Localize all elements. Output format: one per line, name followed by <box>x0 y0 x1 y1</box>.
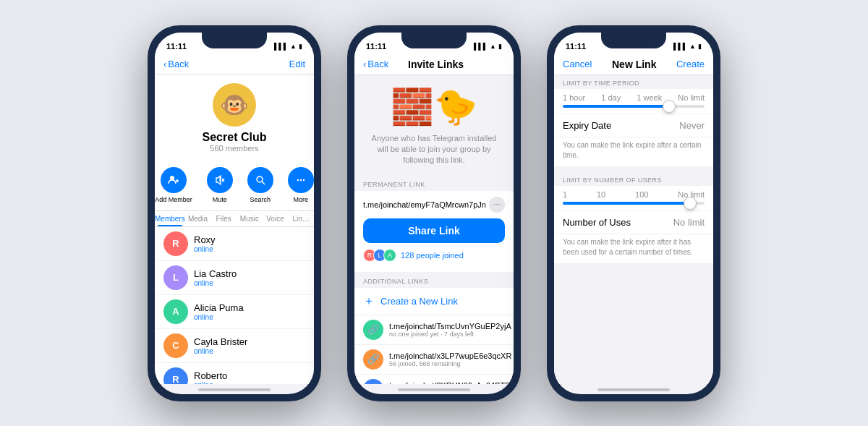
add-member-btn[interactable]: Add Member <box>155 167 192 203</box>
more-icon <box>288 167 314 193</box>
member-status: online <box>194 313 244 321</box>
additional-links-header: ADDITIONAL LINKS <box>354 272 514 288</box>
link-icon: 🔗 <box>363 320 383 340</box>
home-indicator-2 <box>398 388 470 391</box>
svg-point-8 <box>300 179 302 180</box>
share-link-button[interactable]: Share Link <box>363 218 505 243</box>
users-opt-1: 1 <box>563 190 567 199</box>
tab-voice[interactable]: Voice <box>263 211 289 226</box>
tab-music[interactable]: Music <box>237 211 263 226</box>
joined-count: 128 people joined <box>401 251 464 260</box>
notch-3 <box>601 33 666 48</box>
avatar: L <box>163 265 188 290</box>
create-link-label: Create a New Link <box>380 296 458 307</box>
mute-btn[interactable]: Mute <box>207 167 233 203</box>
nav-bar-2: ‹ Back Invite Links <box>354 56 514 75</box>
list-item[interactable]: C Cayla Bristeronline <box>155 329 314 363</box>
phones-container: 11:11 ▌▌▌ ▲ ▮ ‹ Back Edit 🐵 Secret Club … <box>133 11 735 416</box>
tab-files[interactable]: Files <box>210 211 237 226</box>
link-info: t.me/joinchat/3KRUN66sAg94BT55 60 joined <box>389 381 514 384</box>
link-options-button[interactable]: ··· <box>489 197 505 213</box>
users-slider-track <box>563 202 705 205</box>
users-slider-fill <box>563 202 690 205</box>
list-item[interactable]: 🔗 t.me/joinchat/3KRUN66sAg94BT55 60 join… <box>354 374 514 384</box>
battery-icon: ▮ <box>498 43 502 50</box>
nav-bar-3: Cancel New Link Create <box>554 56 713 75</box>
tab-links[interactable]: Lin… <box>288 211 314 226</box>
group-avatar: 🐵 <box>213 83 256 127</box>
status-time-1: 11:11 <box>166 42 187 51</box>
status-time-3: 11:11 <box>566 42 586 51</box>
back-button-1[interactable]: ‹ Back <box>163 59 189 69</box>
member-name: Roberto <box>194 370 227 381</box>
users-opt-100: 100 <box>635 190 648 199</box>
member-status: online <box>194 381 227 384</box>
nav-title-3: New Link <box>612 59 656 70</box>
notch-1 <box>202 33 267 48</box>
list-item[interactable]: A Alicia Pumaonline <box>155 295 314 329</box>
more-btn[interactable]: More <box>288 167 314 203</box>
uses-desc: You can make the link expire after it ha… <box>554 234 713 263</box>
link-meta: no one joined yet · 7 days left <box>389 331 511 338</box>
add-member-label: Add Member <box>155 196 192 203</box>
status-icons-3: ▌▌▌ ▲ ▮ <box>673 43 702 50</box>
tabs-row: Members Media Files Music Voice Lin… <box>155 211 314 227</box>
invite-description: Anyone who has Telegram installed will b… <box>366 133 502 166</box>
nav-bar-1: ‹ Back Edit <box>155 56 314 74</box>
battery-icon: ▮ <box>698 43 702 50</box>
signal-icon: ▌▌▌ <box>474 43 488 50</box>
add-member-icon <box>161 167 187 193</box>
time-opt-1week: 1 week <box>637 93 662 102</box>
expiry-label: Expiry Date <box>563 120 611 131</box>
search-btn[interactable]: Search <box>247 167 273 203</box>
avatar: R <box>163 231 188 256</box>
avatar: C <box>163 333 188 358</box>
mute-icon <box>207 167 233 193</box>
svg-point-7 <box>297 179 299 180</box>
time-period-label: LIMIT BY TIME PERIOD <box>554 75 713 89</box>
list-item[interactable]: 🔗 t.me/joinchat/TsmcUvnYGuEP2yjA no one … <box>354 315 514 344</box>
nav-title-2: Invite Links <box>408 59 464 70</box>
create-link-row[interactable]: ＋ Create a New Link <box>354 288 514 315</box>
phone-3: 11:11 ▌▌▌ ▲ ▮ Cancel New Link Create LIM… <box>547 25 720 401</box>
time-slider-thumb[interactable] <box>663 100 676 113</box>
link-icon: 🔗 <box>363 379 383 384</box>
time-opt-1hour: 1 hour <box>563 93 585 102</box>
joined-row: R L A 128 people joined <box>363 246 505 266</box>
list-item[interactable]: 🔗 t.me/joinchat/x3LP7wupE6e3qcXR 56 join… <box>354 344 514 374</box>
list-item[interactable]: R Roxyonline <box>155 227 314 261</box>
edit-button[interactable]: Edit <box>289 59 305 69</box>
wifi-icon: ▲ <box>290 43 297 50</box>
list-item[interactable]: L Lia Castroonline <box>155 261 314 295</box>
link-url: t.me/joinchat/TsmcUvnYGuEP2yjA <box>389 322 511 331</box>
member-count: 560 members <box>210 144 258 153</box>
create-button[interactable]: Create <box>676 59 705 69</box>
member-status: online <box>194 279 237 287</box>
tab-media[interactable]: Media <box>185 211 211 226</box>
link-url: t.me/joinchat/x3LP7wupE6e3qcXR <box>389 352 511 360</box>
member-name: Cayla Brister <box>194 336 247 347</box>
permanent-link-box: t.me/joinchat/emyF7aQMrcwn7pJn ··· Share… <box>354 191 514 272</box>
invite-hero: 🧱🐤 Anyone who has Telegram installed wil… <box>354 75 514 175</box>
member-name: Roxy <box>194 234 216 245</box>
users-slider-thumb[interactable] <box>684 197 697 210</box>
phone-2: 11:11 ▌▌▌ ▲ ▮ ‹ Back Invite Links 🧱🐤 Any… <box>347 25 521 401</box>
wifi-icon: ▲ <box>689 43 696 50</box>
users-label: LIMIT BY NUMBER OF USERS <box>554 172 713 186</box>
link-info: t.me/joinchat/x3LP7wupE6e3qcXR 56 joined… <box>389 352 511 367</box>
time-slider-container <box>554 102 713 114</box>
cancel-button[interactable]: Cancel <box>563 59 592 69</box>
back-button-2[interactable]: ‹ Back <box>363 59 388 69</box>
uses-value: No limit <box>673 217 705 228</box>
tab-members[interactable]: Members <box>155 211 185 226</box>
svg-point-5 <box>257 176 263 182</box>
home-indicator-3 <box>597 388 670 391</box>
group-name: Secret Club <box>203 131 267 144</box>
time-opt-nolimit: No limit <box>678 93 705 102</box>
svg-line-6 <box>262 182 265 184</box>
link-url: t.me/joinchat/3KRUN66sAg94BT55 <box>389 381 514 384</box>
list-item[interactable]: R Robertoonline <box>155 363 314 384</box>
home-indicator-1 <box>198 388 271 391</box>
member-status: online <box>194 245 216 253</box>
status-time-2: 11:11 <box>366 42 386 51</box>
